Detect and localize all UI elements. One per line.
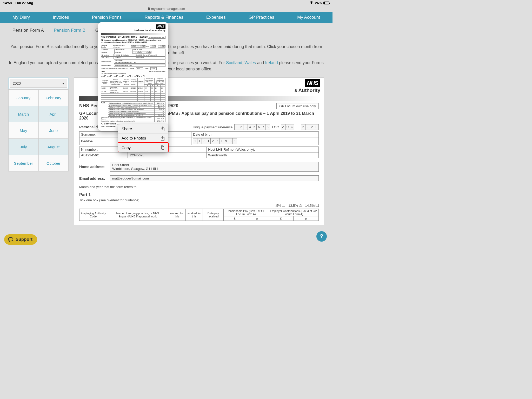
ctx-copy[interactable]: Copy — [118, 143, 168, 152]
ni-value: AB123456C — [79, 152, 128, 158]
status-date: Thu 27 Aug — [15, 1, 33, 5]
nav-expenses[interactable]: Expenses — [206, 15, 226, 20]
battery-percent: 26% — [315, 1, 322, 5]
link-ireland[interactable]: Ireland — [265, 61, 278, 65]
year-select-value: 2020 — [13, 81, 21, 85]
battery-icon — [323, 2, 329, 4]
nav-my-account[interactable]: My Account — [297, 15, 320, 20]
support-button[interactable]: Support — [4, 234, 37, 245]
month-grid: JanuaryFebruary MarchApril MayJune JulyA… — [8, 89, 69, 171]
part1-table: Employing Authority CodeName of surgery/… — [79, 209, 319, 221]
month-june[interactable]: June — [39, 122, 69, 138]
month-january[interactable]: January — [9, 90, 39, 106]
status-time: 14:58 — [3, 1, 12, 5]
dob-value: 11/12/1981 — [191, 137, 319, 145]
home-address-value: Peel StreetWimbledon, Glasgow, G11 5LL — [110, 162, 319, 172]
url-text: mylocummanager.com — [151, 7, 185, 11]
help-button[interactable]: ? — [316, 231, 327, 242]
lhb-value: Wandsworth — [207, 152, 319, 158]
nhs-logo: NHS s Authority — [294, 79, 320, 93]
chat-icon — [8, 237, 14, 242]
month-september[interactable]: September — [9, 155, 39, 171]
share-icon — [161, 127, 165, 131]
nav-pension-forms[interactable]: Pension Forms — [92, 15, 122, 20]
nav-reports[interactable]: Reports & Finances — [145, 15, 183, 20]
link-wales[interactable]: Wales — [244, 61, 256, 65]
month-july[interactable]: July — [9, 139, 39, 155]
year-select[interactable]: 2020 ▾ — [10, 79, 67, 88]
browser-url-bar[interactable]: mylocummanager.com — [0, 5, 332, 12]
wifi-icon — [309, 1, 314, 4]
tab-pension-form-a[interactable]: Pension Form A — [12, 28, 44, 33]
ctx-add-to-photos[interactable]: Add to Photos — [118, 134, 168, 143]
month-february[interactable]: February — [39, 90, 69, 106]
ios-status-bar: 14:58 Thu 27 Aug 26% — [0, 0, 332, 5]
download-icon — [161, 136, 165, 141]
nav-my-diary[interactable]: My Diary — [12, 15, 30, 20]
email-value: mattbeddoe@gmail.com — [110, 175, 319, 181]
month-march[interactable]: March — [9, 106, 39, 122]
chevron-down-icon: ▾ — [62, 81, 64, 85]
own-use-box: GP Locum own use only — [276, 103, 319, 109]
context-menu: Share… Add to Photos Copy — [118, 124, 168, 152]
nav-invoices[interactable]: Invoices — [53, 15, 69, 20]
copy-icon — [161, 145, 165, 150]
main-nav: My Diary Invoices Pension Forms Reports … — [0, 12, 332, 23]
part1-heading: Part 1 — [79, 192, 319, 197]
pdf-preview-popover[interactable]: NHSBusiness Services Authority GP Locum … — [98, 22, 168, 131]
month-may[interactable]: May — [9, 122, 39, 138]
month-august[interactable]: August — [39, 139, 69, 155]
upr-label: Unique payment reference — [193, 125, 232, 129]
month-april[interactable]: April — [39, 106, 69, 122]
ctx-share[interactable]: Share… — [118, 124, 168, 134]
nav-gp-practices[interactable]: GP Practices — [249, 15, 274, 20]
tab-pension-form-b[interactable]: Pension Form B — [54, 28, 85, 33]
pcse-value: 12345678 — [128, 152, 207, 158]
month-october[interactable]: October — [39, 155, 69, 171]
lock-icon — [148, 7, 150, 10]
link-scotland[interactable]: Scotland — [226, 61, 242, 65]
